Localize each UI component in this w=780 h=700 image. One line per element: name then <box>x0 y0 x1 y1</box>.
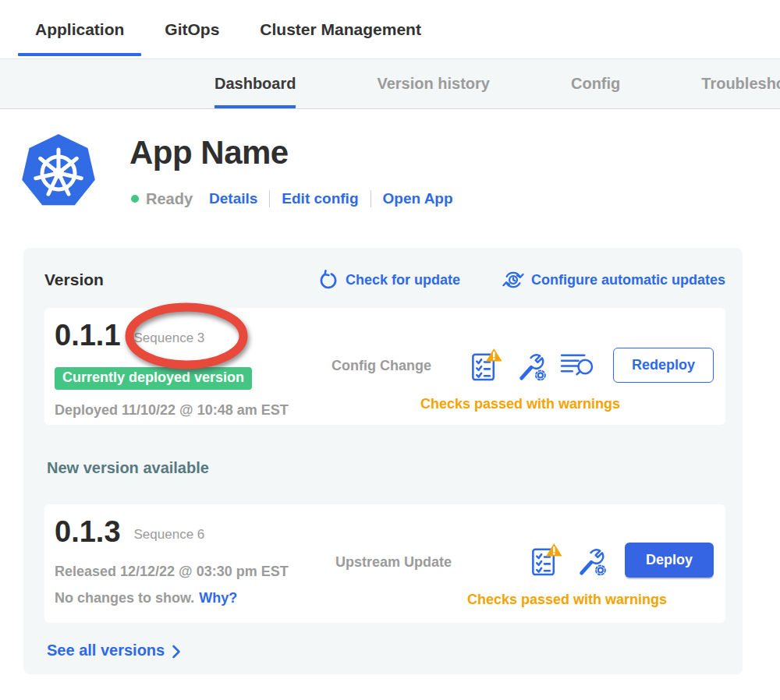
tab-config[interactable]: Config <box>571 59 620 108</box>
link-separator <box>370 190 371 207</box>
new-version-icons <box>530 543 607 578</box>
new-version-row: 0.1.3 Sequence 6 Released 12/12/22 @ 03:… <box>44 504 725 623</box>
see-all-versions-link[interactable]: See all versions <box>47 642 181 659</box>
new-version-line: 0.1.3 Sequence 6 <box>55 517 204 546</box>
version-card-actions: Check for update Configure automatic upd… <box>317 269 725 291</box>
tab-troubleshoot[interactable]: Troubleshoot <box>701 59 780 108</box>
why-link[interactable]: Why? <box>199 590 237 606</box>
primary-nav: Application GitOps Cluster Management <box>0 0 780 58</box>
link-separator <box>269 190 270 207</box>
tab-cluster-management[interactable]: Cluster Management <box>243 0 438 58</box>
app-status-row: Ready Details Edit config Open App <box>131 188 453 210</box>
edit-config-link[interactable]: Edit config <box>282 190 358 207</box>
preflight-checks-icon[interactable] <box>470 348 502 383</box>
deploy-button[interactable]: Deploy <box>625 543 714 578</box>
no-changes-text: No changes to show.Why? <box>55 590 237 606</box>
current-version-row: 0.1.1 Sequence 3 Currently deployed vers… <box>44 308 725 425</box>
version-card-title: Version <box>44 270 104 289</box>
released-timestamp: Released 12/12/22 @ 03:30 pm EST <box>55 564 289 580</box>
new-version-heading: New version available <box>47 459 725 477</box>
details-link[interactable]: Details <box>209 190 257 207</box>
current-version-controls: Redeploy <box>470 348 714 383</box>
new-version-controls: Deploy <box>530 543 714 578</box>
checks-status-text: Checks passed with warnings <box>364 396 676 412</box>
auto-update-icon <box>502 269 524 291</box>
new-version-sequence: Sequence 6 <box>134 527 205 543</box>
tab-application[interactable]: Application <box>18 0 141 58</box>
see-all-versions-label: See all versions <box>47 642 165 659</box>
check-for-update-button[interactable]: Check for update <box>317 270 460 291</box>
check-for-update-label: Check for update <box>346 272 460 288</box>
no-changes-label: No changes to show. <box>55 590 194 606</box>
config-wrench-icon[interactable] <box>516 349 547 382</box>
refresh-icon <box>317 270 339 291</box>
tab-dashboard[interactable]: Dashboard <box>214 59 296 108</box>
config-wrench-icon[interactable] <box>576 544 607 577</box>
current-version-sequence: Sequence 3 <box>134 331 205 346</box>
status-text: Ready <box>146 190 193 208</box>
new-version-number: 0.1.3 <box>55 517 121 546</box>
app-header: App Name Ready Details Edit config Open … <box>0 109 780 248</box>
checks-status-text: Checks passed with warnings <box>411 592 723 608</box>
current-version-icons <box>470 348 595 383</box>
tab-version-history[interactable]: Version history <box>377 59 490 108</box>
view-diff-icon[interactable] <box>560 351 595 380</box>
redeploy-button[interactable]: Redeploy <box>613 348 714 383</box>
open-app-link[interactable]: Open App <box>383 190 453 207</box>
app-sub-nav: Dashboard Version history Config Trouble… <box>0 58 780 109</box>
page-title: App Name <box>129 134 289 171</box>
version-card: Version Check for update Configure <box>23 248 743 674</box>
current-version-number: 0.1.1 <box>55 320 121 350</box>
kubernetes-logo-icon <box>20 133 98 210</box>
deployed-timestamp: Deployed 11/10/22 @ 10:48 am EST <box>55 402 289 419</box>
configure-automatic-updates-button[interactable]: Configure automatic updates <box>502 269 725 291</box>
configure-automatic-updates-label: Configure automatic updates <box>531 272 725 288</box>
version-source-label: Config Change <box>332 358 431 374</box>
preflight-checks-icon[interactable] <box>530 543 562 578</box>
current-version-line: 0.1.1 Sequence 3 <box>55 320 204 350</box>
chevron-right-icon <box>171 644 181 659</box>
tab-gitops[interactable]: GitOps <box>147 0 236 58</box>
currently-deployed-badge: Currently deployed version <box>55 367 252 390</box>
version-card-header: Version Check for update Configure <box>44 268 725 292</box>
status-dot <box>131 195 139 203</box>
version-source-label: Upstream Update <box>335 554 452 571</box>
